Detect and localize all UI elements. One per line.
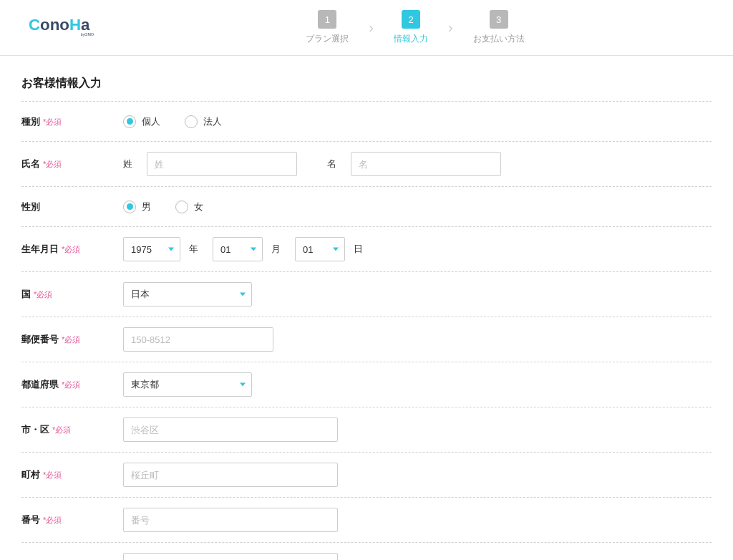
row-building: 建物名など <box>21 543 712 560</box>
chevron-down-icon <box>333 248 339 251</box>
radio-male[interactable]: 男 <box>123 201 151 213</box>
required-mark: *必須 <box>43 160 62 168</box>
year-select[interactable]: 1975 <box>123 237 180 261</box>
label-town: 町村 <box>21 469 40 480</box>
row-street: 番号*必須 <box>21 498 712 543</box>
progress-steps: 1 プラン選択 › 2 情報入力 › 3 お支払い方法 <box>119 10 712 45</box>
required-mark: *必須 <box>43 516 62 524</box>
row-postal: 郵便番号*必須 <box>21 317 712 362</box>
row-town: 町村*必須 <box>21 453 712 498</box>
radio-icon <box>175 201 188 213</box>
radio-icon <box>123 201 136 213</box>
radio-corporate[interactable]: 法人 <box>185 115 222 128</box>
sublabel-month: 月 <box>271 243 281 256</box>
chevron-down-icon <box>251 248 256 251</box>
row-birth: 生年月日*必須 1975 年 01 月 01 日 <box>21 227 712 272</box>
step-1-badge: 1 <box>318 10 336 29</box>
radio-individual[interactable]: 個人 <box>123 115 160 128</box>
step-3: 3 お支払い方法 <box>473 10 525 45</box>
svg-text:ConoHa: ConoHa <box>29 16 90 34</box>
brand-logo: ConoHa byGMO <box>29 14 119 42</box>
step-2-badge: 2 <box>402 10 420 29</box>
step-3-label: お支払い方法 <box>473 33 525 45</box>
town-input[interactable] <box>123 463 338 487</box>
required-mark: *必須 <box>62 245 80 254</box>
chevron-down-icon <box>240 383 246 387</box>
label-postal: 郵便番号 <box>21 334 59 344</box>
row-country: 国*必須 日本 <box>21 272 712 317</box>
radio-icon <box>123 115 136 128</box>
sublabel-firstname: 名 <box>327 158 336 170</box>
chevron-right-icon: › <box>448 19 453 36</box>
street-input[interactable] <box>123 508 338 532</box>
row-type: 種別*必須 個人 法人 <box>21 102 712 142</box>
label-street: 番号 <box>21 514 40 525</box>
svg-text:byGMO: byGMO <box>81 32 94 37</box>
required-mark: *必須 <box>62 335 80 344</box>
label-gender: 性別 <box>21 201 40 212</box>
step-2-label: 情報入力 <box>394 33 428 45</box>
required-mark: *必須 <box>52 425 71 434</box>
building-input[interactable] <box>123 553 338 560</box>
radio-icon <box>185 115 198 128</box>
label-country: 国 <box>21 289 31 299</box>
label-birth: 生年月日 <box>21 243 59 254</box>
postal-input[interactable] <box>123 327 273 352</box>
label-city: 市・区 <box>21 424 49 435</box>
firstname-input[interactable] <box>351 152 501 176</box>
sublabel-lastname: 姓 <box>123 158 132 170</box>
page-title: お客様情報入力 <box>21 76 712 102</box>
label-type: 種別 <box>21 116 40 127</box>
chevron-down-icon <box>168 248 174 251</box>
sublabel-day: 日 <box>354 243 363 256</box>
label-prefecture: 都道府県 <box>21 379 59 390</box>
sublabel-year: 年 <box>189 243 198 256</box>
lastname-input[interactable] <box>147 152 297 176</box>
city-input[interactable] <box>123 417 338 442</box>
required-mark: *必須 <box>62 380 80 389</box>
step-1: 1 プラン選択 <box>306 10 349 45</box>
step-2: 2 情報入力 <box>394 10 428 45</box>
row-gender: 性別 男 女 <box>21 187 712 227</box>
row-name: 氏名*必須 姓 名 <box>21 142 712 187</box>
header: ConoHa byGMO 1 プラン選択 › 2 情報入力 › 3 お支払い方法 <box>0 0 733 56</box>
chevron-down-icon <box>240 293 246 296</box>
prefecture-select[interactable]: 東京都 <box>123 372 252 397</box>
chevron-right-icon: › <box>369 19 374 36</box>
month-select[interactable]: 01 <box>213 237 263 261</box>
radio-female[interactable]: 女 <box>175 201 203 213</box>
step-1-label: プラン選択 <box>306 33 349 45</box>
required-mark: *必須 <box>43 470 62 479</box>
row-city: 市・区*必須 <box>21 407 712 453</box>
row-prefecture: 都道府県*必須 東京都 <box>21 362 712 407</box>
day-select[interactable]: 01 <box>295 237 345 261</box>
required-mark: *必須 <box>34 290 52 299</box>
label-name: 氏名 <box>21 158 40 169</box>
country-select[interactable]: 日本 <box>123 282 252 306</box>
step-3-badge: 3 <box>490 10 508 29</box>
required-mark: *必須 <box>43 117 62 126</box>
